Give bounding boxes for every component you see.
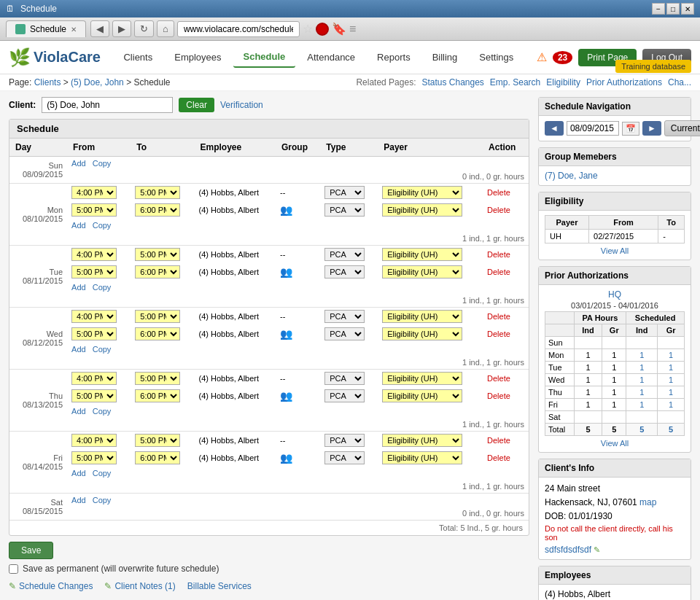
client-input[interactable] xyxy=(42,97,173,113)
pa-gr-sched-link[interactable]: 1 xyxy=(669,400,673,409)
star-icon[interactable]: ☆ xyxy=(303,22,313,36)
nav-reports[interactable]: Reports xyxy=(367,47,421,67)
save-button[interactable]: Save xyxy=(9,542,53,559)
related-status-changes[interactable]: Status Changes xyxy=(421,77,483,87)
group-member-link[interactable]: (7) Doe, Jane xyxy=(545,171,598,181)
type-select[interactable]: PCA xyxy=(324,186,365,199)
schedule-date-input[interactable] xyxy=(567,121,619,136)
forward-button[interactable]: ▶ xyxy=(112,20,131,37)
verification-link[interactable]: Verification xyxy=(220,100,263,110)
calendar-button[interactable]: 📅 xyxy=(622,122,639,136)
add-link[interactable]: Add xyxy=(71,407,86,416)
back-button[interactable]: ◀ xyxy=(90,20,109,37)
delete-link[interactable]: Delete xyxy=(487,250,510,259)
client-notes-link[interactable]: ✎ Client Notes (1) xyxy=(104,581,175,591)
nav-attendance[interactable]: Attendance xyxy=(297,47,365,67)
from-time-select[interactable]: 5:00 PM xyxy=(71,389,117,402)
permanent-checkbox[interactable] xyxy=(9,564,18,574)
bookmark-icon[interactable]: 🔖 xyxy=(332,22,346,36)
payer-select[interactable]: Eligibility (UH) xyxy=(382,186,462,199)
delete-link[interactable]: Delete xyxy=(487,188,510,197)
related-prior-auth[interactable]: Prior Authorizations xyxy=(586,77,662,87)
reload-button[interactable]: ↻ xyxy=(134,20,154,37)
to-time-select[interactable]: 5:00 PM xyxy=(135,310,180,323)
pa-sched-link[interactable]: 1 xyxy=(639,375,644,384)
payer-select[interactable]: Eligibility (UH) xyxy=(382,451,462,464)
to-time-select[interactable]: 5:00 PM xyxy=(135,186,180,199)
nav-settings[interactable]: Settings xyxy=(469,47,524,67)
copy-link[interactable]: Copy xyxy=(93,345,112,354)
copy-link[interactable]: Copy xyxy=(93,221,112,230)
to-time-select[interactable]: 5:00 PM xyxy=(135,248,180,261)
type-select[interactable]: PCA xyxy=(324,248,365,261)
to-time-select[interactable]: 6:00 PM xyxy=(135,327,180,340)
to-time-select[interactable]: 6:00 PM xyxy=(135,265,180,278)
nav-employees[interactable]: Employees xyxy=(164,47,231,67)
from-time-select[interactable]: 4:00 PM xyxy=(71,310,117,323)
add-link[interactable]: Add xyxy=(71,159,86,168)
pa-sched-link[interactable]: 1 xyxy=(639,400,644,409)
home-button[interactable]: ⌂ xyxy=(157,20,174,37)
from-time-select[interactable]: 4:00 PM xyxy=(71,186,117,199)
type-select[interactable]: PCA xyxy=(324,389,365,402)
type-select[interactable]: PCA xyxy=(324,327,365,340)
menu-icon[interactable]: ≡ xyxy=(349,23,356,36)
pa-gr-sched-link[interactable]: 5 xyxy=(669,425,673,434)
payer-select[interactable]: Eligibility (UH) xyxy=(382,265,462,278)
schedule-changes-link[interactable]: ✎ Schedule Changes xyxy=(9,581,93,591)
pa-gr-sched-link[interactable]: 1 xyxy=(669,363,673,372)
payer-select[interactable]: Eligibility (UH) xyxy=(382,248,462,261)
current-week-button[interactable]: Current xyxy=(664,120,700,136)
payer-select[interactable]: Eligibility (UH) xyxy=(382,434,462,447)
type-select[interactable]: PCA xyxy=(324,372,365,385)
address-bar[interactable] xyxy=(177,21,300,37)
related-emp-search[interactable]: Emp. Search xyxy=(490,77,540,87)
related-eligibility[interactable]: Eligibility xyxy=(546,77,580,87)
clear-button[interactable]: Clear xyxy=(179,98,214,112)
prev-week-button[interactable]: ◄ xyxy=(545,121,564,136)
payer-select[interactable]: Eligibility (UH) xyxy=(382,327,462,340)
to-time-select[interactable]: 6:00 PM xyxy=(135,203,180,217)
from-time-select[interactable]: 4:00 PM xyxy=(71,248,117,261)
type-select[interactable]: PCA xyxy=(324,265,365,278)
delete-link[interactable]: Delete xyxy=(487,436,510,445)
nav-billing[interactable]: Billing xyxy=(422,47,468,67)
edit-phone-icon[interactable]: ✎ xyxy=(594,545,600,554)
map-link[interactable]: map xyxy=(639,497,656,507)
copy-link[interactable]: Copy xyxy=(93,159,112,168)
type-select[interactable]: PCA xyxy=(324,434,365,447)
payer-select[interactable]: Eligibility (UH) xyxy=(382,372,462,385)
from-time-select[interactable]: 4:00 PM xyxy=(71,372,117,385)
payer-select[interactable]: Eligibility (UH) xyxy=(382,203,462,217)
nav-schedule[interactable]: Schedule xyxy=(233,47,296,68)
to-time-select[interactable]: 6:00 PM xyxy=(135,451,180,464)
minimize-button[interactable]: − xyxy=(652,3,665,15)
to-time-select[interactable]: 5:00 PM xyxy=(135,372,180,385)
pa-gr-sched-link[interactable]: 1 xyxy=(669,351,673,359)
type-select[interactable]: PCA xyxy=(324,203,365,217)
delete-link[interactable]: Delete xyxy=(487,312,510,321)
tab-close-icon[interactable]: ✕ xyxy=(71,26,77,34)
to-time-select[interactable]: 6:00 PM xyxy=(135,389,180,402)
type-select[interactable]: PCA xyxy=(324,310,365,323)
stop-icon[interactable] xyxy=(316,23,329,36)
delete-link[interactable]: Delete xyxy=(487,391,510,400)
from-time-select[interactable]: 5:00 PM xyxy=(71,203,117,217)
pa-hq-link[interactable]: HQ xyxy=(545,289,685,300)
browser-tab[interactable]: Schedule ✕ xyxy=(6,20,86,37)
pa-view-all[interactable]: View All xyxy=(545,439,685,448)
delete-link[interactable]: Delete xyxy=(487,268,510,276)
pa-gr-sched-link[interactable]: 1 xyxy=(669,375,673,384)
payer-select[interactable]: Eligibility (UH) xyxy=(382,389,462,402)
add-link[interactable]: Add xyxy=(71,496,86,504)
copy-link[interactable]: Copy xyxy=(93,407,112,416)
add-link[interactable]: Add xyxy=(71,469,86,478)
pa-gr-sched-link[interactable]: 1 xyxy=(669,388,673,397)
delete-link[interactable]: Delete xyxy=(487,374,510,383)
copy-link[interactable]: Copy xyxy=(93,496,112,504)
from-time-select[interactable]: 4:00 PM xyxy=(71,434,117,447)
breadcrumb-clients-link[interactable]: Clients xyxy=(34,77,61,87)
pa-sched-link[interactable]: 1 xyxy=(639,363,644,372)
pa-sched-link[interactable]: 1 xyxy=(639,351,644,359)
to-time-select[interactable]: 5:00 PM xyxy=(135,434,180,447)
